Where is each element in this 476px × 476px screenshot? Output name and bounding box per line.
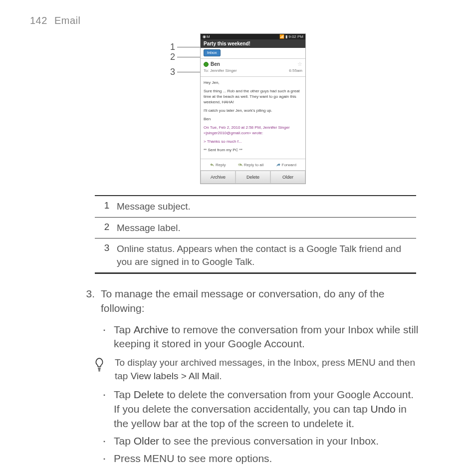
page-header: 142 Email (30, 15, 446, 26)
phone-sender: Ben (211, 61, 220, 67)
reply-all-icon (238, 162, 243, 167)
reply-icon (210, 162, 215, 167)
tip-archive: To display your archived messages, in th… (84, 356, 421, 382)
phone-to: To: Jennifer Singer (204, 68, 237, 73)
reply-all-button[interactable]: Reply to all (238, 162, 264, 167)
older-button[interactable]: Older (270, 171, 305, 184)
forward-icon (276, 162, 281, 167)
bullet-menu: Press MENU to see more options. (95, 452, 421, 466)
legend-row: 2 Message label. (95, 218, 416, 239)
page-number: 142 (30, 15, 47, 26)
phone-bottom-bar: Archive Delete Older (201, 170, 305, 184)
forward-button[interactable]: Forward (276, 162, 296, 167)
bullet-icon (95, 388, 114, 431)
phone-sender-row: Ben ☆ (201, 59, 305, 68)
callout-2: 2 (170, 52, 200, 61)
bullet-icon (95, 434, 114, 449)
clock: 9:02 PM (288, 34, 303, 39)
bullet-icon (95, 452, 114, 466)
bullet-delete: Tap Delete to delete the conversation fr… (95, 388, 421, 431)
legend-row: 3 Online status. Appears when the contac… (95, 238, 416, 272)
phone-label-row: Inbox (201, 48, 305, 59)
step-3: 3. To manage the email message or conver… (75, 287, 421, 466)
phone-mock: ◉M 📶▮9:02 PM Party this weekend! Inbox B… (200, 33, 306, 184)
phone-reply-bar: Reply Reply to all Forward (201, 159, 305, 170)
phone-to-row: To: Jennifer Singer 6:55am (201, 68, 305, 75)
callout-column: 1 2 3 (170, 33, 200, 76)
legend-row: 1 Message subject. (95, 196, 416, 218)
phone-figure: 1 2 3 ◉M 📶▮9:02 PM Party this weekend! I… (30, 33, 446, 184)
legend-table: 1 Message subject. 2 Message label. 3 On… (95, 195, 416, 274)
page-section: Email (54, 15, 81, 26)
phone-time: 6:55am (289, 68, 302, 73)
phone-body: Hey Jen, Sure thing ... Rob and the othe… (201, 76, 305, 159)
presence-dot-icon (204, 62, 209, 67)
callout-3: 3 (170, 67, 200, 76)
quoted-header: On Tue, Feb 2, 2010 at 2:58 PM, Jennifer… (204, 125, 302, 136)
archive-button[interactable]: Archive (201, 171, 236, 184)
phone-subject: Party this weekend! (201, 39, 305, 48)
bullet-archive: Tap Archive to remove the conversation f… (95, 323, 421, 352)
delete-button[interactable]: Delete (236, 171, 270, 184)
bullet-older: Tap Older to see the previous conversati… (95, 434, 421, 449)
bullet-icon (95, 323, 114, 352)
step-text: To manage the email message or conversat… (101, 287, 421, 316)
lightbulb-icon (84, 356, 115, 376)
callout-1: 1 (170, 42, 200, 51)
phone-label-chip: Inbox (204, 49, 221, 56)
reply-button[interactable]: Reply (210, 162, 226, 167)
star-icon: ☆ (297, 61, 302, 67)
phone-statusbar: ◉M 📶▮9:02 PM (201, 34, 305, 39)
step-number: 3. (75, 287, 101, 316)
